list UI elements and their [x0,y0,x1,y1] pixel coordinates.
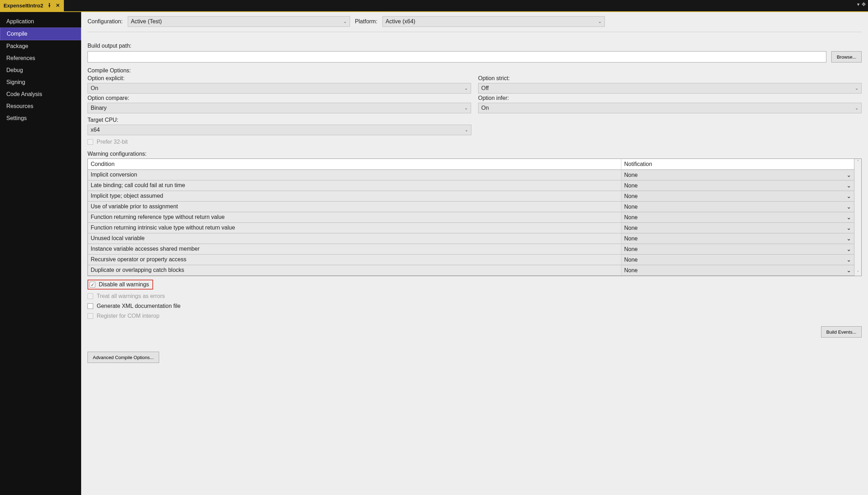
sidebar-item-debug[interactable]: Debug [0,64,81,76]
warning-notification-dropdown[interactable]: None⌄ [621,223,854,233]
disable-all-warnings-highlight: Disable all warnings [88,280,153,290]
chevron-down-icon: ⌄ [846,214,851,221]
tab-title: ExpenseItIntro2 [4,2,43,8]
option-compare-label: Option compare: [88,95,471,101]
warning-configurations-table: Condition Notification Implicit conversi… [88,159,862,276]
table-row: Recursive operator or property accessNon… [88,255,854,265]
build-output-path-label: Build output path: [88,43,862,49]
platform-dropdown[interactable]: Active (x64) ⌄ [382,16,605,27]
configuration-label: Configuration: [88,18,123,25]
pin-icon[interactable] [47,3,52,8]
build-events-button[interactable]: Build Events... [821,326,862,338]
option-explicit-dropdown[interactable]: On⌄ [88,83,471,94]
sidebar-item-label: Compile [7,31,28,37]
compile-panel: Configuration: Active (Test) ⌄ Platform:… [81,12,868,495]
chevron-down-icon: ⌄ [846,193,851,199]
table-row: Implicit type; object assumedNone⌄ [88,191,854,202]
project-properties-sidebar: Application Compile Package References D… [0,12,81,495]
platform-label: Platform: [355,18,378,25]
sidebar-item-application[interactable]: Application [0,16,81,28]
window-position-icon[interactable]: ✥ [862,1,866,7]
option-infer-dropdown[interactable]: On⌄ [478,103,862,113]
warning-notification-dropdown[interactable]: None⌄ [621,265,854,276]
scroll-up-icon[interactable]: ˄ [857,160,859,164]
build-output-path-input[interactable] [88,51,826,62]
table-row: Late binding; call could fail at run tim… [88,180,854,191]
warning-notification-dropdown[interactable]: None⌄ [621,180,854,191]
warning-condition-cell: Function returning reference type withou… [88,212,621,223]
warning-notification-dropdown[interactable]: None⌄ [621,233,854,244]
browse-button[interactable]: Browse... [831,51,862,62]
generate-xml-doc-label: Generate XML documentation file [97,303,181,309]
warning-condition-cell: Late binding; call could fail at run tim… [88,180,621,191]
option-explicit-label: Option explicit: [88,75,471,82]
generate-xml-doc-checkbox[interactable] [88,303,93,309]
table-header: Condition Notification [88,159,854,170]
col-notification: Notification [621,159,854,170]
warning-notification-dropdown[interactable]: None⌄ [621,244,854,255]
sidebar-item-label: Application [6,18,34,24]
sidebar-item-package[interactable]: Package [0,40,81,52]
warning-condition-cell: Function returning intrinsic value type … [88,223,621,233]
chevron-down-icon: ⌄ [598,19,602,24]
sidebar-item-label: Package [6,43,28,49]
compile-options-header: Compile Options: [88,67,862,74]
warning-condition-cell: Use of variable prior to assignment [88,202,621,212]
sidebar-item-label: References [6,55,35,61]
chevron-down-icon: ⌄ [846,182,851,189]
target-cpu-dropdown[interactable]: x64⌄ [88,125,471,135]
table-scrollbar[interactable]: ˄ ˅ [854,159,861,276]
warning-notification-dropdown[interactable]: None⌄ [621,202,854,212]
register-com-interop-label: Register for COM interop [97,313,159,319]
close-icon[interactable]: ✕ [55,3,60,8]
sidebar-item-settings[interactable]: Settings [0,112,81,124]
table-row: Unused local variableNone⌄ [88,233,854,244]
option-strict-label: Option strict: [478,75,862,82]
sidebar-item-label: Signing [6,79,25,85]
warning-condition-cell: Duplicate or overlapping catch blocks [88,265,621,276]
sidebar-item-label: Debug [6,67,23,73]
table-row: Instance variable accesses shared member… [88,244,854,255]
tab-expenseitintro2[interactable]: ExpenseItIntro2 ✕ [0,0,64,11]
scroll-down-icon[interactable]: ˅ [857,270,859,275]
warning-condition-cell: Unused local variable [88,233,621,244]
chevron-down-icon: ⌄ [846,246,851,252]
chevron-down-icon: ⌄ [464,106,468,111]
table-row: Function returning reference type withou… [88,212,854,223]
chevron-down-icon: ⌄ [846,225,851,231]
option-strict-dropdown[interactable]: Off⌄ [478,83,862,94]
sidebar-item-code-analysis[interactable]: Code Analysis [0,88,81,100]
option-infer-label: Option infer: [478,95,862,101]
warning-notification-dropdown[interactable]: None⌄ [621,255,854,265]
warning-notification-dropdown[interactable]: None⌄ [621,170,854,180]
sidebar-item-label: Resources [6,103,33,109]
treat-warnings-as-errors-label: Treat all warnings as errors [97,293,165,299]
warning-condition-cell: Recursive operator or property access [88,255,621,265]
warning-condition-cell: Implicit type; object assumed [88,191,621,202]
table-row: Use of variable prior to assignmentNone⌄ [88,202,854,212]
prefer-32bit-checkbox [88,139,93,145]
document-tab-bar: ExpenseItIntro2 ✕ ▾ ✥ [0,0,868,12]
warning-notification-dropdown[interactable]: None⌄ [621,191,854,202]
overflow-chevron-icon[interactable]: ▾ [857,1,860,7]
sidebar-item-label: Code Analysis [6,91,42,97]
configuration-value: Active (Test) [131,18,162,25]
chevron-down-icon: ⌄ [855,86,858,91]
chevron-down-icon: ⌄ [465,127,468,132]
col-condition: Condition [88,159,621,170]
option-compare-dropdown[interactable]: Binary⌄ [88,103,471,113]
disable-all-warnings-checkbox[interactable] [90,282,95,287]
warning-notification-dropdown[interactable]: None⌄ [621,212,854,223]
advanced-compile-options-button[interactable]: Advanced Compile Options... [88,352,159,363]
sidebar-item-resources[interactable]: Resources [0,100,81,112]
warning-configurations-header: Warning configurations: [88,151,862,157]
table-row: Duplicate or overlapping catch blocksNon… [88,265,854,276]
chevron-down-icon: ⌄ [855,106,858,111]
configuration-dropdown[interactable]: Active (Test) ⌄ [128,16,350,27]
platform-value: Active (x64) [386,18,415,25]
sidebar-item-signing[interactable]: Signing [0,76,81,88]
warning-condition-cell: Instance variable accesses shared member [88,244,621,255]
sidebar-item-references[interactable]: References [0,52,81,64]
register-com-interop-checkbox [88,313,93,319]
sidebar-item-compile[interactable]: Compile [0,28,81,40]
